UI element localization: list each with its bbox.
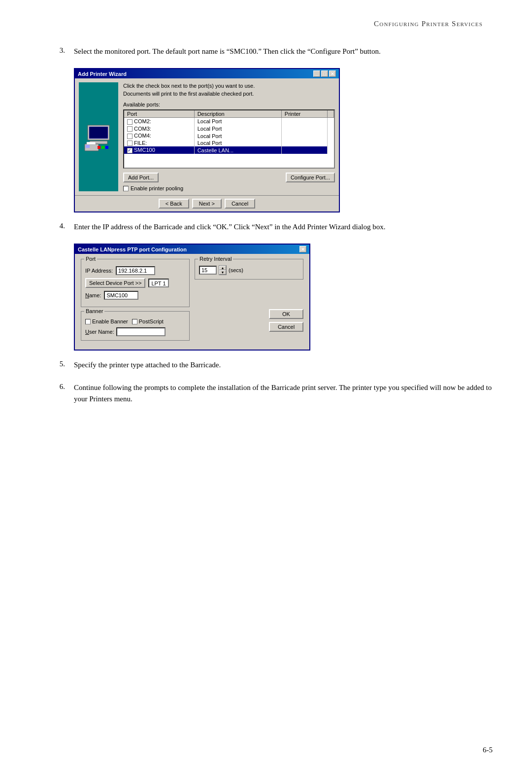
port-check-file[interactable] bbox=[127, 141, 133, 146]
username-input[interactable] bbox=[116, 327, 166, 336]
wizard-minimize-btn[interactable]: _ bbox=[313, 70, 320, 77]
retry-interval-input[interactable] bbox=[199, 266, 217, 275]
step-number-4: 4. bbox=[49, 221, 65, 233]
castelle-dialog-container: Castelle LANpress PTP port Configuration… bbox=[74, 244, 493, 351]
step-text-3: Select the monitored port. The default p… bbox=[74, 46, 493, 57]
spinner-up-arrow[interactable]: ▲ bbox=[219, 266, 226, 270]
port-check-smc100[interactable] bbox=[127, 148, 133, 153]
wizard-close-btn[interactable]: ✕ bbox=[329, 70, 336, 77]
step-text-4: Enter the IP address of the Barricade an… bbox=[74, 221, 493, 233]
retry-group: Retry Interval ▲ ▼ (secs) bbox=[195, 259, 303, 280]
svg-rect-7 bbox=[101, 146, 104, 149]
wizard-content: Click the check box next to the port(s) … bbox=[123, 82, 335, 191]
castelle-lanpress-dialog: Castelle LANpress PTP port Configuration… bbox=[74, 244, 310, 351]
step-3: 3. Select the monitored port. The defaul… bbox=[49, 46, 493, 57]
enable-banner-label: Enable Banner bbox=[85, 318, 128, 324]
col-printer: Printer bbox=[281, 110, 327, 118]
wizard-titlebar: Add Printer Wizard _ □ ✕ bbox=[75, 69, 339, 78]
castelle-ok-cancel: OK Cancel bbox=[195, 309, 303, 332]
col-scroll bbox=[328, 110, 334, 118]
step-text-6: Continue following the prompts to comple… bbox=[74, 382, 493, 405]
port-check-com3[interactable] bbox=[127, 126, 133, 132]
username-row: User Name: bbox=[85, 327, 185, 336]
wizard-icon-area bbox=[79, 82, 118, 191]
castelle-close-btn[interactable]: ✕ bbox=[299, 246, 306, 252]
step-number-5: 5. bbox=[49, 359, 65, 371]
ip-address-input[interactable] bbox=[116, 266, 155, 275]
castelle-cancel-button[interactable]: Cancel bbox=[269, 322, 303, 332]
wizard-instruction-line2: Documents will print to the first availa… bbox=[123, 90, 335, 98]
step-number-3: 3. bbox=[49, 46, 65, 57]
configure-port-button[interactable]: Configure Port... bbox=[286, 173, 335, 182]
wizard-maximize-btn[interactable]: □ bbox=[321, 70, 328, 77]
page-number: 6-5 bbox=[483, 746, 493, 754]
svg-rect-6 bbox=[98, 146, 100, 149]
add-printer-wizard-dialog: Add Printer Wizard _ □ ✕ bbox=[74, 68, 340, 212]
page-header: Configuring Printer Services bbox=[49, 20, 493, 28]
step-text-5: Specify the printer type attached to the… bbox=[74, 359, 493, 371]
table-row[interactable]: COM3: Local Port bbox=[124, 125, 334, 133]
table-row[interactable]: SMC100 Castelle LAN... bbox=[124, 146, 334, 154]
table-row[interactable]: FILE: Local Port bbox=[124, 140, 334, 147]
add-port-button[interactable]: Add Port... bbox=[123, 173, 159, 182]
castelle-title: Castelle LANpress PTP port Configuration bbox=[78, 246, 187, 252]
ports-table: Port Description Printer COM2: Local Por… bbox=[124, 110, 334, 154]
ok-button[interactable]: OK bbox=[269, 309, 303, 319]
add-printer-wizard-container: Add Printer Wizard _ □ ✕ bbox=[74, 68, 493, 212]
retry-group-label: Retry Interval bbox=[198, 256, 233, 262]
enable-banner-text: Enable Banner bbox=[92, 318, 128, 324]
step-5: 5. Specify the printer type attached to … bbox=[49, 359, 493, 371]
name-input[interactable] bbox=[104, 291, 138, 300]
lpt-display: LPT 1 bbox=[148, 279, 168, 287]
postscript-label: PostScript bbox=[132, 318, 164, 324]
castelle-right: Retry Interval ▲ ▼ (secs) OK Cancel bbox=[195, 259, 303, 345]
printer-icon bbox=[83, 121, 114, 153]
available-ports-label: Available ports: bbox=[123, 102, 335, 107]
col-port: Port bbox=[124, 110, 194, 118]
username-label: User Name: bbox=[85, 329, 114, 335]
step-number-6: 6. bbox=[49, 382, 65, 405]
next-button[interactable]: Next > bbox=[192, 199, 222, 209]
svg-rect-2 bbox=[90, 127, 107, 138]
castelle-left: Port IP Address: Select Device Port >> L… bbox=[81, 259, 190, 345]
name-row: Name: bbox=[85, 291, 185, 300]
ip-address-row: IP Address: bbox=[85, 266, 185, 275]
postscript-text: PostScript bbox=[139, 318, 164, 324]
retry-row: ▲ ▼ (secs) bbox=[199, 265, 299, 275]
wizard-titlebar-buttons: _ □ ✕ bbox=[313, 70, 336, 77]
ports-table-container[interactable]: Port Description Printer COM2: Local Por… bbox=[123, 109, 335, 169]
ip-label: IP Address: bbox=[85, 268, 113, 274]
wizard-instruction-line1: Click the check box next to the port(s) … bbox=[123, 82, 335, 90]
port-check-com2[interactable] bbox=[127, 119, 133, 125]
svg-rect-8 bbox=[105, 146, 108, 149]
wizard-nav: < Back Next > Cancel bbox=[75, 195, 339, 211]
select-device-port-button[interactable]: Select Device Port >> bbox=[85, 278, 145, 288]
step-4: 4. Enter the IP address of the Barricade… bbox=[49, 221, 493, 233]
cancel-button[interactable]: Cancel bbox=[225, 199, 255, 209]
page-footer: 6-5 bbox=[483, 746, 493, 754]
port-check-com4[interactable] bbox=[127, 134, 133, 139]
enable-pooling-label: Enable printer pooling bbox=[131, 185, 183, 191]
postscript-checkbox[interactable] bbox=[132, 319, 137, 324]
wizard-buttons-row: Add Port... Configure Port... bbox=[123, 173, 335, 182]
svg-rect-5 bbox=[86, 145, 90, 148]
col-description: Description bbox=[194, 110, 281, 118]
castelle-titlebar: Castelle LANpress PTP port Configuration… bbox=[75, 245, 309, 254]
spinner-down-arrow[interactable]: ▼ bbox=[219, 270, 226, 275]
retry-unit: (secs) bbox=[229, 267, 243, 273]
header-title: Configuring Printer Services bbox=[374, 20, 483, 28]
select-device-row: Select Device Port >> LPT 1 bbox=[85, 278, 185, 288]
banner-group-label: Banner bbox=[84, 308, 104, 314]
castelle-body: Port IP Address: Select Device Port >> L… bbox=[75, 254, 309, 350]
enable-banner-checkbox[interactable] bbox=[85, 319, 91, 324]
table-row[interactable]: COM2: Local Port bbox=[124, 118, 334, 125]
spinner-arrows: ▲ ▼ bbox=[219, 265, 227, 275]
banner-group: Banner Enable Banner PostScript User Nam… bbox=[81, 311, 190, 341]
back-button[interactable]: < Back bbox=[159, 199, 189, 209]
name-label: Name: bbox=[85, 292, 101, 298]
svg-rect-9 bbox=[87, 142, 96, 144]
port-group-label: Port bbox=[84, 256, 97, 262]
enable-pooling-checkbox[interactable] bbox=[123, 186, 129, 191]
wizard-title: Add Printer Wizard bbox=[78, 71, 127, 77]
table-row[interactable]: COM4: Local Port bbox=[124, 132, 334, 140]
